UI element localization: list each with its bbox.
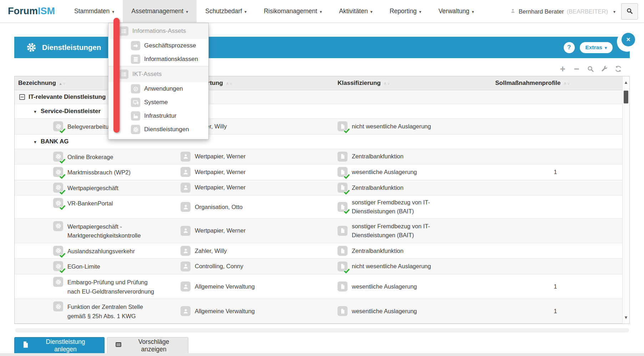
nav-item-aktivitäten[interactable]: Aktivitäten bbox=[330, 0, 381, 22]
service-owner-cell: Wertpapier, Werner bbox=[175, 164, 332, 180]
check-icon bbox=[344, 128, 350, 133]
nav-item-reporting[interactable]: Reporting bbox=[381, 0, 430, 22]
service-name-cell[interactable]: Marktmissbrauch (WP2) bbox=[15, 164, 175, 180]
nav-item-risikomanagement[interactable]: Risikomanagement bbox=[255, 0, 330, 22]
dropdown-item-label: Dienstleistungen bbox=[144, 126, 189, 133]
page-bottom-strip bbox=[0, 353, 644, 356]
nav-item-assetmanagement[interactable]: Assetmanagement bbox=[123, 0, 197, 22]
dropdown-item-infrastruktur[interactable]: Infrastruktur bbox=[108, 109, 208, 123]
collapse-triangle-icon[interactable] bbox=[33, 138, 37, 145]
help-button[interactable]: ? bbox=[564, 42, 575, 53]
dropdown-item-systeme[interactable]: Systeme bbox=[108, 96, 208, 109]
service-name-cell[interactable]: Embargo-Prüfung und Prüfung nach EU-Geld… bbox=[15, 274, 175, 299]
table-row-service[interactable]: AuslandszahlungsverkehrZahler, WillyZent… bbox=[15, 243, 623, 259]
document-icon bbox=[338, 183, 348, 193]
nav-item-schutzbedarf[interactable]: Schutzbedarf bbox=[197, 0, 255, 22]
services-table: Bezeichnung Verantwortung Klassifizierun… bbox=[14, 76, 630, 324]
dropdown-item-anwendungen[interactable]: Anwendungen bbox=[108, 82, 208, 96]
service-name-cell[interactable]: Wertpapiergeschäft - Marktgerechtigkeits… bbox=[15, 219, 175, 243]
table-row-service[interactable]: Embargo-Prüfung und Prüfung nach EU-Geld… bbox=[15, 274, 623, 299]
table-row-service[interactable]: Online BrokerageWertpapier, WernerZentra… bbox=[15, 149, 623, 165]
wrench-icon[interactable] bbox=[600, 65, 609, 73]
service-name-cell[interactable]: Funktion der Zentralen Stelle gemäß § 25… bbox=[15, 299, 175, 323]
minus-icon[interactable]: − bbox=[572, 65, 581, 73]
nav-item-verwaltung[interactable]: Verwaltung bbox=[430, 0, 483, 22]
search-button[interactable] bbox=[621, 3, 638, 20]
service-classification-cell: Zentralbankfunktion bbox=[332, 243, 490, 259]
service-gear-icon bbox=[53, 198, 63, 208]
table-row-service[interactable]: Wertpapiergeschäft - Marktgerechtigkeits… bbox=[15, 219, 623, 243]
table-row-service[interactable]: EGon-LimiteControlling, Connynicht wesen… bbox=[15, 259, 623, 274]
dropdown-item-label: Geschäftsprozesse bbox=[144, 42, 196, 49]
sort-icons[interactable] bbox=[226, 81, 233, 86]
layers-icon bbox=[131, 55, 140, 64]
check-icon bbox=[60, 189, 65, 194]
table-row-service[interactable]: Funktion der Zentralen Stelle gemäß § 25… bbox=[15, 299, 623, 324]
dropdown-item-geschäftsprozesse[interactable]: Geschäftsprozesse bbox=[108, 39, 208, 52]
plus-icon[interactable]: + bbox=[558, 65, 567, 73]
scrollbar-thumb[interactable] bbox=[624, 91, 628, 103]
collapse-triangle-icon[interactable] bbox=[33, 108, 37, 115]
column-header-sollmassnahmenprofile[interactable]: Sollmaßnahmenprofile bbox=[490, 80, 623, 87]
document-icon bbox=[338, 202, 348, 212]
service-name-cell[interactable]: Auslandszahlungsverkehr bbox=[15, 243, 175, 259]
service-name-cell[interactable]: EGon-Limite bbox=[15, 259, 175, 274]
dropdown-item-dienstleistungen[interactable]: Dienstleistungen bbox=[108, 123, 208, 136]
service-classification-cell: sonstiger Fremdbezug von IT-Dienstleistu… bbox=[332, 219, 490, 243]
extras-label: Extras bbox=[585, 44, 602, 51]
scroll-down-icon[interactable]: ▼ bbox=[623, 315, 629, 320]
person-icon bbox=[181, 306, 191, 316]
dropdown-item-informationsklassen[interactable]: Informationsklassen bbox=[108, 52, 208, 66]
service-profile-cell bbox=[490, 243, 623, 259]
service-name: Funktion der Zentralen Stelle gemäß § 25… bbox=[67, 301, 155, 321]
nav-item-label: Assetmanagement bbox=[131, 7, 183, 15]
logo-text-secondary: ISM bbox=[38, 6, 55, 17]
page-title: Dienstleistungen bbox=[42, 43, 101, 52]
vertical-scrollbar[interactable]: ▲ ▼ bbox=[622, 76, 629, 324]
app-logo[interactable]: ForumISM bbox=[0, 0, 66, 22]
create-service-button[interactable]: Dienstleistung anlegen bbox=[14, 337, 105, 354]
monitor-icon bbox=[131, 98, 140, 107]
table-row-subgroup[interactable]: Service-Dienstleister bbox=[15, 104, 623, 119]
extras-button[interactable]: Extras bbox=[580, 42, 613, 53]
sort-icons[interactable] bbox=[384, 81, 391, 86]
classification-label: sonstiger Fremdbezug von IT-Dienstleistu… bbox=[352, 222, 445, 240]
horizontal-scroll-track[interactable] bbox=[15, 328, 629, 332]
person-icon bbox=[181, 246, 191, 256]
annotation-red-line bbox=[113, 18, 120, 133]
service-gear-icon bbox=[53, 121, 63, 131]
classification-label: wesentliche Auslagerung bbox=[352, 168, 417, 177]
search-icon[interactable] bbox=[586, 65, 595, 73]
table-row-service[interactable]: BelegverarbeitungZahler, Willynicht wese… bbox=[15, 119, 623, 134]
service-name-cell[interactable]: Online Brokerage bbox=[15, 149, 175, 164]
assetmanagement-dropdown: Informations-AssetsGeschäftsprozesseInfo… bbox=[108, 23, 209, 139]
close-icon[interactable] bbox=[622, 33, 635, 46]
service-name-cell[interactable]: VR-BankenPortal bbox=[15, 195, 175, 218]
scroll-up-icon[interactable]: ▲ bbox=[623, 80, 629, 85]
show-suggestions-button[interactable]: Vorschläge anzeigen bbox=[107, 337, 188, 354]
sort-icons[interactable] bbox=[59, 81, 66, 86]
service-gear-icon bbox=[53, 167, 63, 177]
user-menu[interactable]: Bernhard Berater (BEARBEITER) bbox=[510, 0, 615, 23]
table-row-service[interactable]: VR-BankenPortalOrganisation, Ottosonstig… bbox=[15, 195, 623, 219]
nav-item-label: Stammdaten bbox=[74, 7, 110, 15]
table-row-service[interactable]: Marktmissbrauch (WP2)Wertpapier, Wernerw… bbox=[15, 164, 623, 180]
check-icon bbox=[60, 158, 65, 163]
check-icon bbox=[60, 205, 65, 210]
refresh-icon[interactable] bbox=[614, 65, 623, 73]
table-row-service[interactable]: WertpapiergeschäftWertpapier, WernerZent… bbox=[15, 180, 623, 196]
service-profile-cell bbox=[490, 119, 623, 134]
table-row-subgroup[interactable]: BANK AG bbox=[15, 134, 623, 149]
service-name-cell[interactable]: Wertpapiergeschäft bbox=[15, 180, 175, 195]
document-icon bbox=[338, 226, 348, 236]
sort-icons[interactable] bbox=[563, 81, 571, 86]
service-classification-cell: nicht wesentliche Auslagerung bbox=[332, 259, 490, 274]
service-profile-cell bbox=[490, 149, 623, 164]
dropdown-item-label: Systeme bbox=[144, 99, 168, 106]
service-gear-icon bbox=[53, 301, 63, 311]
column-header-klassifizierung[interactable]: Klassifizierung bbox=[332, 80, 490, 87]
dropdown-item-label: Anwendungen bbox=[144, 85, 183, 92]
table-row-group[interactable]: IT-relevante Dienstleistung bbox=[15, 90, 623, 104]
collapse-minus-icon[interactable] bbox=[19, 94, 25, 100]
person-icon bbox=[181, 281, 191, 291]
